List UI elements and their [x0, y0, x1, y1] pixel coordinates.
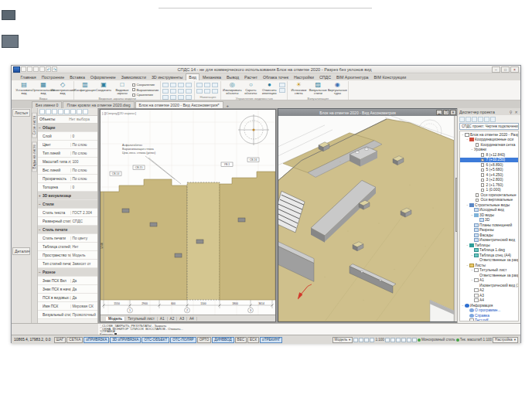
ribbon-tab[interactable]: Расчет: [242, 74, 261, 80]
ribbon-tab[interactable]: BIM Конструкции: [371, 74, 409, 80]
axonometric-document-window[interactable]: Блок на отметке 2020 - Вид Аксонометрия …: [278, 108, 457, 322]
property-value[interactable]: По слою: [70, 177, 97, 181]
full-nav-icon[interactable]: [212, 89, 218, 94]
ribbon-tab[interactable]: СПДС: [316, 74, 333, 80]
ribbon-button[interactable]: Соединить: [94, 81, 113, 97]
st-lock-icon[interactable]: [353, 338, 358, 342]
ucs-x-icon[interactable]: [170, 95, 176, 100]
zoom-window-icon[interactable]: [196, 89, 203, 94]
plot-icon[interactable]: [39, 66, 45, 72]
ucs-3point-icon[interactable]: [162, 95, 169, 100]
pt-block-icon[interactable]: [52, 109, 57, 114]
property-row[interactable]: Знак ПСК в начале коор... Да: [38, 285, 97, 294]
pm-settings-icon[interactable]: [484, 117, 489, 122]
st-prev-icon[interactable]: [401, 338, 406, 342]
st-grid-icon[interactable]: [364, 338, 369, 342]
property-value[interactable]: По цвету: [70, 236, 97, 240]
zoom-extents-icon[interactable]: [204, 83, 210, 87]
details-palette-header[interactable]: Детали ▾: [12, 247, 30, 255]
property-row[interactable]: Масштаб типа линий 100: [38, 158, 97, 166]
property-row[interactable]: Имя ПСК Мировая СК: [38, 302, 97, 311]
cube-hide-icon[interactable]: [279, 83, 285, 87]
document-tab[interactable]: Без имени 0: [32, 101, 62, 108]
ribbon-button[interactable]: Виртуальные туры: [328, 81, 346, 97]
pm-new-icon[interactable]: [459, 117, 465, 122]
tree-item[interactable]: − Координационные оси: [460, 138, 518, 143]
child-close-button[interactable]: ✕: [450, 110, 456, 115]
ribbon-tab[interactable]: Зависимости: [118, 74, 148, 80]
ribbon-checkbox[interactable]: Выравнивание: [132, 88, 159, 92]
ribbon-button[interactable]: Изолировать объекты: [223, 81, 241, 97]
property-row[interactable]: Пространство таблиц ст... Модель: [38, 251, 97, 260]
command-line[interactable]: '_CLOSE_ЗАКРЫТЬ_РЕЗУЛЬТАТЫ - Закрыть '_О…: [12, 323, 520, 335]
property-row[interactable]: Толщина 0: [38, 183, 97, 192]
property-value[interactable]: По слою: [70, 151, 97, 155]
property-value[interactable]: Нет: [70, 245, 97, 249]
tree-item[interactable]: − Строительные виды: [460, 202, 518, 208]
ucs-object-icon[interactable]: [186, 83, 192, 87]
property-row[interactable]: − Разное: [38, 268, 97, 277]
ribbon-tab[interactable]: Вставка: [67, 74, 88, 80]
close-button[interactable]: ×: [510, 66, 519, 73]
ribbon-button[interactable]: Отменить изоляцию: [260, 81, 278, 97]
tree-item[interactable]: Тест.pdf: [460, 318, 518, 322]
scrollbar-thumb[interactable]: [455, 178, 458, 232]
pm-open-icon[interactable]: [466, 117, 471, 122]
property-value[interactable]: Модель: [70, 253, 97, 257]
ribbon-button[interactable]: Конфигурация: [76, 81, 94, 97]
ucs-view-icon[interactable]: [170, 89, 176, 94]
layout-tab[interactable]: Титульный лист: [125, 317, 158, 321]
property-row[interactable]: Таблица стилей печати Нет: [38, 243, 97, 251]
save-icon[interactable]: [33, 66, 39, 72]
scale-readout[interactable]: 1:100: [375, 338, 384, 342]
property-row[interactable]: Стиль текста ГОСТ 2.304: [38, 209, 97, 217]
maximize-button[interactable]: □: [501, 66, 510, 73]
st-snap-icon[interactable]: [359, 338, 363, 342]
tree-checkbox[interactable]: [481, 168, 485, 172]
status-toggle[interactable]: 3D оПРИВЯЗКА: [110, 337, 141, 343]
pm-up-icon[interactable]: [472, 117, 477, 122]
ribbon-tab[interactable]: BIM Архитектура: [333, 74, 371, 80]
layout-tab[interactable]: А4: [187, 317, 197, 321]
chevron-down-icon[interactable]: ▾: [26, 111, 29, 115]
pt-layer-icon[interactable]: [58, 109, 63, 114]
property-value[interactable]: Да: [70, 287, 97, 291]
pt-pin-icon[interactable]: [83, 109, 88, 114]
property-value[interactable]: 0: [70, 134, 97, 138]
property-value[interactable]: СПДС: [70, 219, 97, 223]
app-menu-icon[interactable]: [13, 66, 20, 73]
ribbon-tab[interactable]: Механика: [200, 74, 223, 80]
property-row[interactable]: Вес линий По слою: [38, 166, 97, 175]
property-value[interactable]: 100: [70, 160, 97, 164]
space-selector[interactable]: Модель ▾: [332, 337, 353, 343]
pt-erase-icon[interactable]: [77, 109, 82, 114]
ucs-y-icon[interactable]: [178, 95, 184, 100]
ribbon-button[interactable]: Изометрический вид: [53, 81, 72, 97]
property-value[interactable]: ГОСТ 2.304: [70, 211, 97, 215]
st-zoomin-icon[interactable]: [385, 338, 390, 342]
undo-icon[interactable]: [46, 66, 51, 72]
ucs-zaxis-icon[interactable]: [186, 89, 192, 94]
orbit-icon[interactable]: [212, 83, 218, 87]
tree-checkbox[interactable]: [476, 199, 479, 202]
status-toggle[interactable]: СЕТКА: [66, 337, 83, 343]
tree-checkbox[interactable]: [481, 183, 485, 187]
print-style-indicator[interactable]: Монохромный стиль: [418, 338, 455, 342]
property-row[interactable]: Слой 0: [38, 132, 97, 141]
sheets-palette-header[interactable]: Листы ▾: [12, 109, 30, 117]
open-icon[interactable]: [27, 66, 32, 72]
property-value[interactable]: Зависит от: [70, 262, 97, 266]
property-row[interactable]: Тип линий По слою: [38, 149, 97, 158]
status-toggle[interactable]: оПРИВЯЗКА: [84, 337, 109, 343]
object-selector[interactable]: Объекты Нет выбора: [38, 116, 97, 124]
tree-checkbox[interactable]: [481, 163, 485, 167]
ribbon-tab[interactable]: Оформление: [87, 74, 118, 80]
ucs-named-icon[interactable]: [170, 83, 176, 87]
ribbon-button[interactable]: Визуальные стили: [309, 81, 327, 97]
ribbon-tab[interactable]: Облака точек: [260, 74, 291, 80]
status-toggle[interactable]: ОТС-ПОЛЯР: [170, 337, 196, 343]
pt-match-icon[interactable]: [70, 109, 76, 114]
property-value[interactable]: 0: [70, 185, 97, 189]
side-tab[interactable]: Слои листа: [32, 113, 37, 138]
property-row[interactable]: − Стили: [38, 200, 97, 209]
